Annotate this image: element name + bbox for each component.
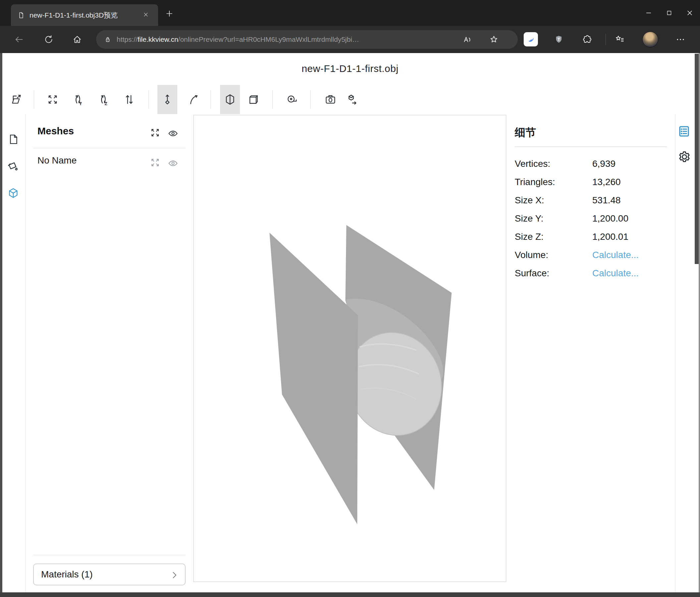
browser-tab[interactable]: new-F1-D1-1-first.obj3D预览 xyxy=(11,4,158,26)
window-controls xyxy=(639,0,700,26)
new-tab-button[interactable] xyxy=(165,9,174,18)
chevron-right-icon xyxy=(170,571,179,580)
model-canvas xyxy=(194,115,506,581)
settings-gear-icon[interactable] xyxy=(677,150,691,164)
extensions-puzzle-icon[interactable] xyxy=(582,34,592,44)
toolbar-separator xyxy=(210,90,211,109)
favorite-star-icon[interactable] xyxy=(489,34,499,44)
move-axis-button[interactable] xyxy=(157,85,177,114)
model-cube-icon[interactable] xyxy=(7,187,19,199)
url-text: https://file.kkview.cn/onlinePreview?url… xyxy=(117,30,359,49)
mesh-visibility-icon[interactable] xyxy=(168,158,178,168)
calculate-surface-link[interactable]: Calculate... xyxy=(592,268,639,279)
orbit-button[interactable] xyxy=(184,85,203,114)
url-domain: file.kkview.cn xyxy=(138,35,178,43)
page-content: new-F1-D1-1-first.obj Y Z xyxy=(0,53,700,592)
detail-value: 13,260 xyxy=(592,177,621,187)
page-scrollbar[interactable] xyxy=(695,54,699,264)
lock-icon[interactable] xyxy=(104,36,111,43)
file-info-icon[interactable] xyxy=(8,133,20,145)
tab-close-icon[interactable] xyxy=(143,11,149,18)
close-button[interactable] xyxy=(679,0,700,26)
detail-row: Volume: Calculate... xyxy=(515,246,667,264)
page-file-icon xyxy=(18,11,25,19)
browser-menu-icon[interactable] xyxy=(675,34,685,44)
page-title: new-F1-D1-1-first.obj xyxy=(0,63,700,74)
flip-vertical-button[interactable] xyxy=(119,85,139,114)
detail-row: Surface: Calculate... xyxy=(515,264,667,282)
detail-value: 1,200.01 xyxy=(592,232,628,242)
viewer-toolbar: Y Z xyxy=(2,85,400,114)
browser-window: new-F1-D1-1-first.obj3D预览 xyxy=(0,0,700,597)
screenshot-button[interactable] xyxy=(321,85,341,114)
measure-button[interactable] xyxy=(282,85,302,114)
collections-icon[interactable] xyxy=(615,34,625,44)
toolbar-separator xyxy=(34,90,34,109)
detail-label: Size Z: xyxy=(515,232,592,242)
toolbar-divider xyxy=(605,34,606,45)
window-bottom-border xyxy=(0,592,700,597)
details-panel: 细节 Vertices: 6,939 Triangles: 13,260 Siz… xyxy=(515,125,667,140)
right-rail-divider xyxy=(675,114,675,592)
details-rows: Vertices: 6,939 Triangles: 13,260 Size X… xyxy=(515,154,667,282)
toolbar-separator xyxy=(310,90,310,109)
detail-value: 531.48 xyxy=(592,195,621,206)
detail-row: Size Y: 1,200.00 xyxy=(515,209,667,228)
detail-label: Surface: xyxy=(515,268,592,279)
extension-bird-icon[interactable] xyxy=(524,32,538,46)
window-left-border xyxy=(0,53,2,592)
detail-value: 1,200.00 xyxy=(592,213,628,224)
calculate-volume-link[interactable]: Calculate... xyxy=(592,250,639,260)
materials-divider xyxy=(33,555,185,555)
wireframe-view-button[interactable] xyxy=(244,85,264,114)
window-right-border xyxy=(699,53,700,592)
minimize-button[interactable] xyxy=(639,0,659,26)
detail-label: Size Y: xyxy=(515,213,592,224)
shaded-view-button[interactable] xyxy=(220,85,240,114)
svg-text:Z: Z xyxy=(104,101,107,106)
refresh-icon[interactable] xyxy=(44,34,54,44)
open-model-button[interactable] xyxy=(7,85,27,114)
toolbar-separator xyxy=(272,90,273,109)
mesh-zoom-icon[interactable] xyxy=(150,157,160,168)
extension-shield-icon[interactable]: T xyxy=(554,34,564,44)
detail-row: Triangles: 13,260 xyxy=(515,173,667,191)
navigation-bar: https://file.kkview.cn/onlinePreview?url… xyxy=(0,26,700,53)
read-aloud-icon[interactable] xyxy=(462,34,472,44)
tab-title: new-F1-D1-1-first.obj3D预览 xyxy=(29,10,135,20)
detail-label: Size X: xyxy=(515,195,592,206)
materials-label: Materials (1) xyxy=(41,569,93,580)
mesh-list-item[interactable]: No Name xyxy=(38,155,77,166)
meshes-divider xyxy=(33,148,185,148)
detail-label: Vertices: xyxy=(515,159,592,169)
detail-row: Vertices: 6,939 xyxy=(515,154,667,173)
profile-avatar[interactable] xyxy=(642,31,658,47)
detail-row: Size X: 531.48 xyxy=(515,191,667,209)
rotate-y-button[interactable]: Y xyxy=(68,85,88,114)
detail-value: 6,939 xyxy=(592,159,616,169)
details-list-icon[interactable] xyxy=(677,125,691,138)
detail-row: Size Z: 1,200.01 xyxy=(515,228,667,246)
meshes-panel-title: Meshes xyxy=(38,125,74,137)
model-left-plane xyxy=(270,233,358,524)
materials-paint-icon[interactable] xyxy=(7,160,19,172)
detail-label: Triangles: xyxy=(515,177,592,187)
zoom-fit-button[interactable] xyxy=(43,85,62,114)
maximize-button[interactable] xyxy=(659,0,679,26)
back-icon[interactable] xyxy=(14,34,24,44)
export-model-button[interactable] xyxy=(342,85,361,114)
tab-strip: new-F1-D1-1-first.obj3D预览 xyxy=(0,0,700,26)
materials-button[interactable]: Materials (1) xyxy=(33,564,185,586)
detail-label: Volume: xyxy=(515,250,592,260)
svg-text:Y: Y xyxy=(79,101,82,106)
details-divider xyxy=(515,147,667,147)
rail-divider xyxy=(26,114,26,592)
svg-text:T: T xyxy=(557,37,560,42)
model-viewport[interactable] xyxy=(193,115,506,582)
home-icon[interactable] xyxy=(72,34,82,44)
details-title: 细节 xyxy=(515,125,667,140)
rotate-z-button[interactable]: Z xyxy=(94,85,114,114)
address-bar[interactable]: https://file.kkview.cn/onlinePreview?url… xyxy=(96,30,518,49)
meshes-visibility-icon[interactable] xyxy=(168,128,178,139)
meshes-zoom-icon[interactable] xyxy=(150,127,160,138)
